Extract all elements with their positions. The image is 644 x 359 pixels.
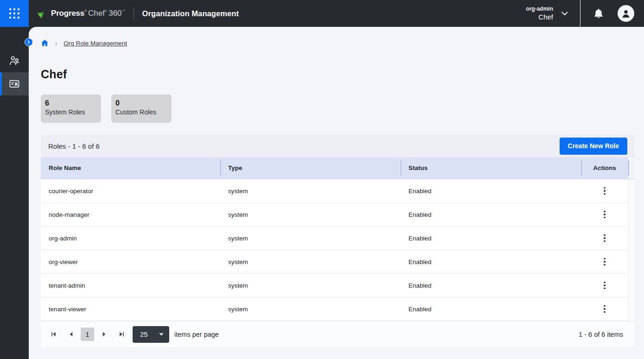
bell-icon xyxy=(593,8,604,19)
breadcrumb: › Org Role Management xyxy=(41,38,644,48)
apps-menu-button[interactable] xyxy=(0,0,29,27)
next-page-icon xyxy=(101,331,108,338)
notifications-button[interactable] xyxy=(593,8,604,19)
stat-value: 0 xyxy=(115,99,165,108)
avatar-icon xyxy=(621,8,631,19)
logo-brand: Progress® xyxy=(51,9,87,18)
last-page-icon xyxy=(118,331,125,338)
first-page-button[interactable] xyxy=(48,329,58,340)
table-scroll-gutter xyxy=(628,157,634,179)
table-toolbar: Roles - 1 - 6 of 6 Create New Role xyxy=(41,135,634,157)
table-body: courier-operator system Enabled node-man… xyxy=(41,179,634,321)
page-size-select[interactable]: 25 xyxy=(133,326,169,343)
kebab-icon xyxy=(604,282,606,283)
column-header-type[interactable]: Type xyxy=(220,157,401,179)
apps-grid-icon xyxy=(9,8,19,19)
column-header-actions[interactable]: Actions xyxy=(581,157,628,179)
breadcrumb-home-link[interactable] xyxy=(41,39,49,47)
stat-card-custom-roles: 0 Custom Roles xyxy=(111,94,172,123)
sidebar-expand-button[interactable] xyxy=(25,38,33,46)
table-title: Roles - 1 - 6 of 6 xyxy=(48,142,100,150)
cell-role-name: courier-operator xyxy=(41,179,220,202)
progress-chef-logo: Progress® Chef® 360™ xyxy=(36,8,125,19)
previous-page-button[interactable] xyxy=(66,329,76,340)
user-org-label: Chef xyxy=(538,13,553,21)
stat-label: Custom Roles xyxy=(115,108,165,117)
roles-table: Roles - 1 - 6 of 6 Create New Role Role … xyxy=(41,135,634,347)
users-icon xyxy=(8,55,20,67)
kebab-icon xyxy=(604,187,606,189)
cell-status: Enabled xyxy=(401,297,581,321)
sidebar-item-org-roles[interactable] xyxy=(0,72,29,95)
cell-type: system xyxy=(220,297,401,321)
cell-role-name: node-manager xyxy=(41,203,220,226)
row-actions-menu-button[interactable] xyxy=(598,231,612,245)
stat-label: System Roles xyxy=(45,108,95,117)
create-new-role-button[interactable]: Create New Role xyxy=(560,138,627,155)
user-role-label: org-admin xyxy=(526,6,553,13)
app-title: Organization Management xyxy=(142,9,239,18)
home-icon xyxy=(41,39,49,47)
logo-product: Chef® xyxy=(88,9,107,18)
table-row: courier-operator system Enabled xyxy=(41,179,634,203)
table-scroll-gutter xyxy=(628,179,634,321)
cell-type: system xyxy=(220,179,401,202)
table-row: tenant-admin system Enabled xyxy=(41,274,634,297)
first-page-icon xyxy=(50,331,57,338)
cell-type: system xyxy=(220,227,401,250)
stat-value: 6 xyxy=(45,99,95,108)
table-row: org-viewer system Enabled xyxy=(41,250,634,274)
caret-down-icon xyxy=(159,333,164,336)
stat-card-system-roles: 6 System Roles xyxy=(41,94,101,123)
header-divider xyxy=(134,7,134,19)
table-row: tenant-viewer system Enabled xyxy=(41,297,634,321)
cell-status: Enabled xyxy=(401,203,581,226)
chevron-right-icon xyxy=(27,40,31,44)
sidebar xyxy=(0,27,29,359)
cell-role-name: org-viewer xyxy=(41,250,220,273)
cell-role-name: tenant-viewer xyxy=(41,297,220,321)
row-actions-menu-button[interactable] xyxy=(598,255,612,269)
pagination-bar: 1 25 items per page 1 - 6 xyxy=(41,321,634,347)
kebab-icon xyxy=(604,305,606,307)
cell-status: Enabled xyxy=(401,250,581,273)
table-header-row: Role Name Type Status Actions xyxy=(41,157,634,179)
table-row: node-manager system Enabled xyxy=(41,203,634,227)
column-header-status[interactable]: Status xyxy=(401,157,581,179)
row-actions-menu-button[interactable] xyxy=(598,208,612,221)
page-number-button[interactable]: 1 xyxy=(81,328,94,341)
cell-role-name: org-admin xyxy=(41,227,220,250)
kebab-icon xyxy=(604,211,606,213)
cell-role-name: tenant-admin xyxy=(41,274,220,297)
next-page-button[interactable] xyxy=(99,329,109,340)
user-org-menu[interactable]: org-admin Chef xyxy=(526,6,568,21)
role-card-icon xyxy=(8,78,20,90)
row-actions-menu-button[interactable] xyxy=(598,278,612,292)
previous-page-icon xyxy=(68,331,75,338)
top-bar: Progress® Chef® 360™ Organization Manage… xyxy=(0,0,644,27)
breadcrumb-link-org-role-management[interactable]: Org Role Management xyxy=(64,40,127,47)
main-content: › Org Role Management Chef 6 System Role… xyxy=(29,27,644,359)
pagination-range-label: 1 - 6 of 6 items xyxy=(579,331,623,338)
sidebar-item-users[interactable] xyxy=(0,49,29,72)
stat-cards: 6 System Roles 0 Custom Roles xyxy=(41,94,644,123)
table-row: org-admin system Enabled xyxy=(41,227,634,250)
items-per-page-label: items per page xyxy=(174,331,219,338)
logo-suffix: 360™ xyxy=(108,9,125,18)
page-size-value: 25 xyxy=(140,330,148,338)
cell-status: Enabled xyxy=(401,274,581,297)
progress-swoosh-icon xyxy=(36,8,48,19)
cell-type: system xyxy=(220,250,401,273)
account-avatar-button[interactable] xyxy=(618,5,634,22)
row-actions-menu-button[interactable] xyxy=(598,184,612,198)
row-actions-menu-button[interactable] xyxy=(598,302,612,316)
header-section-divider xyxy=(580,0,580,27)
column-header-role-name[interactable]: Role Name xyxy=(41,157,220,179)
kebab-icon xyxy=(604,258,606,260)
page-title: Chef xyxy=(41,68,644,81)
chevron-down-icon xyxy=(561,12,568,16)
last-page-button[interactable] xyxy=(116,329,127,340)
cell-type: system xyxy=(220,274,401,297)
cell-status: Enabled xyxy=(401,227,581,250)
cell-type: system xyxy=(220,203,401,226)
